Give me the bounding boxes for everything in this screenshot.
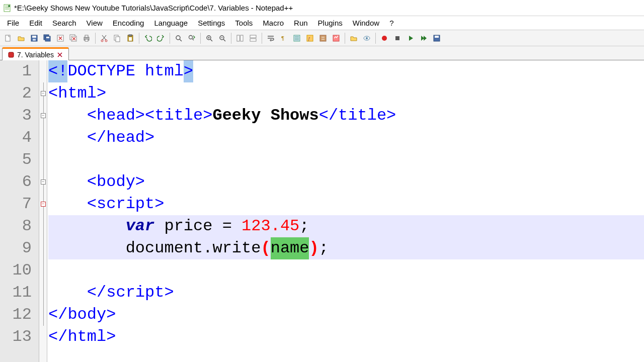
fold-cell[interactable]: − <box>39 193 47 215</box>
doc-map-button[interactable] <box>330 32 342 44</box>
svg-rect-29 <box>250 39 256 41</box>
zoom-out-button[interactable] <box>216 32 228 44</box>
cut-button[interactable] <box>98 32 110 44</box>
svg-rect-20 <box>129 35 132 36</box>
save-button[interactable] <box>28 32 40 44</box>
svg-text:¶: ¶ <box>281 35 284 41</box>
menu-search[interactable]: Search <box>47 17 82 29</box>
save-all-button[interactable] <box>41 32 53 44</box>
toolbar-separator <box>139 33 139 44</box>
menu-macro[interactable]: Macro <box>258 17 289 29</box>
sync-v-button[interactable] <box>234 32 246 44</box>
line-number: 10 <box>4 259 32 282</box>
svg-rect-42 <box>9 52 14 57</box>
close-button[interactable] <box>54 32 66 44</box>
line-number: 12 <box>4 304 32 326</box>
show-all-icon: ¶ <box>280 34 288 42</box>
sync-h-button[interactable] <box>247 32 259 44</box>
code-line[interactable]: </body> <box>48 304 644 326</box>
code-line[interactable]: </script> <box>48 282 644 304</box>
code-line[interactable]: var price = 123.45; <box>48 215 644 237</box>
fold-cell[interactable]: − <box>39 82 47 105</box>
code-line[interactable] <box>48 259 644 282</box>
paste-button[interactable] <box>124 32 136 44</box>
play-multi-button[interactable] <box>418 32 430 44</box>
print-button[interactable] <box>80 32 93 44</box>
fold-cell[interactable]: − <box>39 171 47 193</box>
fold-toggle-icon[interactable]: − <box>41 91 46 96</box>
menu-run[interactable]: Run <box>289 17 313 29</box>
svg-rect-41 <box>435 36 439 38</box>
title-bar: *E:\Geeky Shows New Youtube Tutorials\Ja… <box>0 0 644 16</box>
menu-[interactable]: ? <box>384 17 398 29</box>
code-area[interactable]: <!DOCTYPE html><html> <head><title>Geeky… <box>47 60 644 362</box>
wrap-button[interactable] <box>265 32 277 44</box>
monitor-button[interactable] <box>361 32 373 44</box>
zoom-in-icon <box>205 34 213 42</box>
fold-margin[interactable]: −−−− <box>39 60 47 362</box>
zoom-in-button[interactable] <box>203 32 215 44</box>
line-number-gutter: 12345678910111213 <box>0 60 39 362</box>
menu-language[interactable]: Language <box>149 17 193 29</box>
toolbar-separator <box>231 33 231 44</box>
user-lang-button[interactable]: ƒ <box>304 32 316 44</box>
menu-window[interactable]: Window <box>348 17 384 29</box>
fold-button[interactable] <box>317 32 329 44</box>
fold-toggle-icon[interactable]: − <box>41 179 46 185</box>
sync-v-icon <box>236 34 244 42</box>
open-file-icon <box>17 34 25 42</box>
line-number: 3 <box>4 105 32 127</box>
fold-icon <box>319 34 327 42</box>
menu-view[interactable]: View <box>82 17 108 29</box>
menu-settings[interactable]: Settings <box>193 17 230 29</box>
fold-toggle-icon[interactable]: − <box>41 202 46 207</box>
fold-cell <box>39 282 47 304</box>
code-line[interactable]: <!DOCTYPE html> <box>48 60 644 82</box>
copy-button[interactable] <box>111 32 123 44</box>
tab-close-icon[interactable] <box>56 51 63 58</box>
open-file-button[interactable] <box>15 32 27 44</box>
stop-button[interactable] <box>391 32 404 44</box>
menu-edit[interactable]: Edit <box>24 17 47 29</box>
code-line[interactable] <box>48 149 644 171</box>
line-number: 4 <box>4 127 32 149</box>
close-all-button[interactable] <box>67 32 79 44</box>
code-line[interactable]: <head><title>Geeky Shows</title> <box>48 105 644 127</box>
svg-rect-13 <box>85 35 88 37</box>
redo-icon <box>157 34 165 42</box>
code-line[interactable]: <script> <box>48 193 644 215</box>
wrap-icon <box>267 34 275 42</box>
fold-cell[interactable]: − <box>39 105 47 127</box>
show-all-button[interactable]: ¶ <box>278 32 290 44</box>
fold-cell <box>39 60 47 82</box>
svg-point-38 <box>382 36 387 41</box>
toolbar-separator <box>262 33 262 44</box>
replace-button[interactable] <box>186 32 198 44</box>
new-file-button[interactable] <box>2 32 14 44</box>
tab-label: 7. Variables <box>17 51 54 59</box>
menu-encoding[interactable]: Encoding <box>108 17 149 29</box>
copy-icon <box>113 34 121 42</box>
code-line[interactable]: <html> <box>48 82 644 105</box>
line-number: 1 <box>4 60 32 82</box>
menu-tools[interactable]: Tools <box>230 17 258 29</box>
code-line[interactable]: </html> <box>48 326 644 348</box>
fold-cell <box>39 259 47 282</box>
undo-button[interactable] <box>142 32 154 44</box>
func-list-button[interactable] <box>348 32 360 44</box>
find-button[interactable] <box>173 32 185 44</box>
code-line[interactable]: document.write(name); <box>48 237 644 259</box>
editor[interactable]: 12345678910111213 −−−− <!DOCTYPE html><h… <box>0 60 644 362</box>
menu-plugins[interactable]: Plugins <box>313 17 348 29</box>
save-macro-button[interactable] <box>431 32 443 44</box>
fold-toggle-icon[interactable]: − <box>41 113 46 118</box>
svg-rect-34 <box>320 35 326 41</box>
menu-file[interactable]: File <box>2 17 24 29</box>
indent-guide-button[interactable] <box>291 32 303 44</box>
record-button[interactable] <box>378 32 390 44</box>
code-line[interactable]: <body> <box>48 171 644 193</box>
play-button[interactable] <box>405 32 417 44</box>
tab-active[interactable]: 7. Variables <box>2 47 69 60</box>
code-line[interactable]: </head> <box>48 127 644 149</box>
redo-button[interactable] <box>155 32 167 44</box>
